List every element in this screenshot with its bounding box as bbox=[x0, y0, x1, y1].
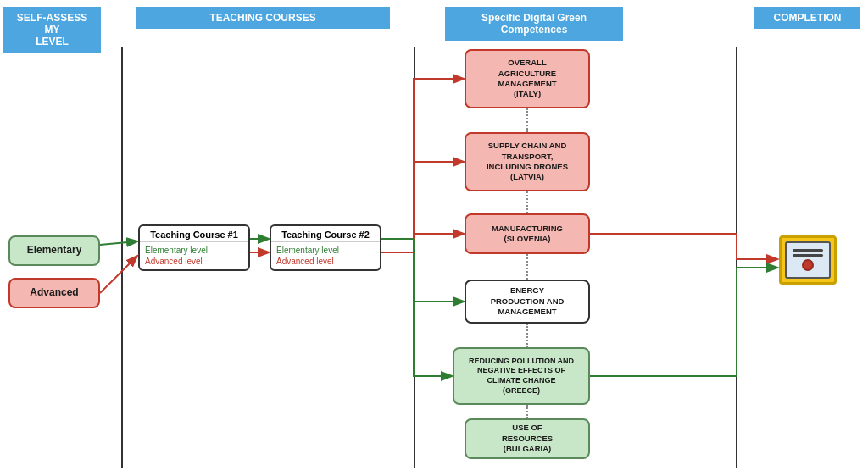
cert-seal bbox=[802, 259, 814, 271]
tc1-title: Teaching Course #1 bbox=[140, 226, 248, 242]
tc2-advanced: Advanced level bbox=[276, 256, 375, 267]
svg-line-1 bbox=[100, 257, 136, 293]
col-header-competences: Specific Digital GreenCompetences bbox=[445, 7, 623, 41]
rpc-box[interactable]: REDUCING POLLUTION ANDNEGATIVE EFFECTS O… bbox=[453, 347, 590, 405]
svg-line-0 bbox=[100, 241, 136, 245]
cert-outer bbox=[779, 235, 837, 285]
tc1-advanced: Advanced level bbox=[145, 256, 243, 267]
uor-box[interactable]: USE OFRESOURCES(BULGARIA) bbox=[465, 418, 590, 459]
arrows-overlay bbox=[0, 0, 868, 476]
dot-conn-1 bbox=[526, 108, 528, 132]
mfg-box[interactable]: MANUFACTURING(SLOVENIA) bbox=[465, 213, 590, 254]
col-header-self-assess: SELF-ASSESS MYLEVEL bbox=[3, 7, 101, 53]
col-header-completion: COMPLETION bbox=[754, 7, 860, 29]
tc1-elementary: Elementary level bbox=[145, 245, 243, 256]
sct-box[interactable]: SUPPLY CHAIN ANDTRANSPORT,INCLUDING DRON… bbox=[465, 132, 590, 191]
dot-conn-5 bbox=[526, 405, 528, 418]
teaching-course-1[interactable]: Teaching Course #1 Elementary level Adva… bbox=[138, 224, 250, 271]
tc2-elementary: Elementary level bbox=[276, 245, 375, 256]
vline-1 bbox=[121, 47, 123, 468]
oam-box[interactable]: OVERALLAGRICULTUREMANAGEMENT(ITALY) bbox=[465, 49, 590, 108]
col-header-teaching: TEACHING COURSES bbox=[136, 7, 390, 29]
cert-inner bbox=[785, 241, 831, 279]
dot-conn-4 bbox=[526, 324, 528, 347]
cert-line-2 bbox=[793, 254, 823, 257]
cert-line-1 bbox=[793, 249, 823, 252]
certificate bbox=[778, 235, 837, 285]
epm-box[interactable]: ENERGYPRODUCTION ANDMANAGEMENT bbox=[465, 280, 590, 324]
vline-2 bbox=[414, 47, 415, 468]
elementary-box[interactable]: Elementary bbox=[8, 235, 100, 266]
dot-conn-3 bbox=[526, 254, 528, 280]
vline-3 bbox=[736, 47, 737, 468]
tc2-title: Teaching Course #2 bbox=[271, 226, 380, 242]
dot-conn-2 bbox=[526, 191, 528, 213]
advanced-box[interactable]: Advanced bbox=[8, 278, 100, 308]
teaching-course-2[interactable]: Teaching Course #2 Elementary level Adva… bbox=[270, 224, 381, 271]
diagram: SELF-ASSESS MYLEVEL TEACHING COURSES Spe… bbox=[0, 0, 868, 476]
